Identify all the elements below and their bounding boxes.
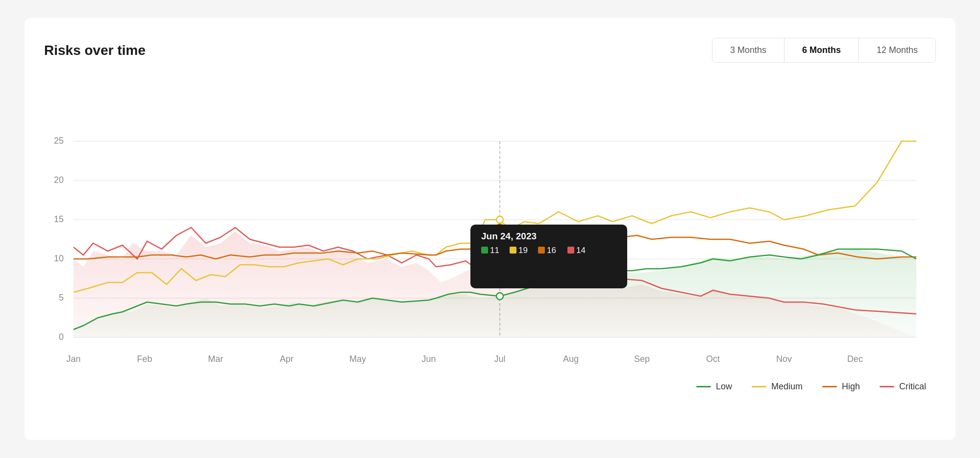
legend-high-line [822, 386, 837, 387]
chart-title: Risks over time [44, 43, 146, 58]
chart-svg: 0 5 10 15 20 25 Jan Feb Mar Apr May Jun … [44, 82, 936, 367]
svg-rect-33 [481, 247, 488, 254]
svg-text:20: 20 [54, 175, 64, 185]
svg-text:Aug: Aug [563, 354, 579, 364]
svg-text:Jun: Jun [421, 354, 436, 364]
legend-critical-line [880, 386, 894, 387]
svg-point-28 [496, 216, 503, 223]
btn-3months[interactable]: 3 Months [712, 38, 784, 62]
svg-text:Apr: Apr [280, 354, 294, 364]
svg-text:Sep: Sep [634, 354, 650, 364]
svg-text:25: 25 [54, 136, 64, 146]
svg-text:10: 10 [54, 254, 64, 263]
svg-text:16: 16 [547, 246, 556, 255]
svg-rect-37 [538, 247, 545, 254]
chart-legend: Low Medium High Critical [44, 382, 936, 392]
svg-text:11: 11 [490, 246, 499, 255]
svg-text:14: 14 [576, 246, 586, 255]
svg-text:May: May [349, 354, 366, 364]
legend-low-label: Low [716, 382, 732, 392]
svg-rect-35 [510, 247, 516, 254]
btn-12months[interactable]: 12 Months [859, 38, 935, 62]
svg-text:0: 0 [59, 332, 64, 342]
btn-6months[interactable]: 6 Months [784, 38, 859, 62]
svg-text:Jan: Jan [66, 354, 80, 364]
time-filter: 3 Months 6 Months 12 Months [712, 38, 936, 63]
svg-text:Mar: Mar [208, 354, 223, 364]
svg-text:Jul: Jul [494, 354, 505, 364]
legend-low: Low [696, 382, 732, 392]
legend-medium-line [752, 386, 766, 387]
legend-high-label: High [842, 382, 860, 392]
legend-medium: Medium [752, 382, 803, 392]
legend-high: High [822, 382, 860, 392]
legend-medium-label: Medium [771, 382, 803, 392]
legend-critical: Critical [880, 382, 926, 392]
chart-area: 0 5 10 15 20 25 Jan Feb Mar Apr May Jun … [44, 82, 936, 367]
svg-text:19: 19 [518, 246, 528, 255]
svg-text:5: 5 [59, 293, 64, 303]
svg-text:Feb: Feb [137, 354, 152, 364]
svg-text:Nov: Nov [776, 354, 792, 364]
legend-critical-label: Critical [899, 382, 926, 392]
svg-text:Jun 24, 2023: Jun 24, 2023 [481, 231, 537, 241]
chart-container: Risks over time 3 Months 6 Months 12 Mon… [24, 18, 956, 440]
svg-rect-39 [567, 247, 574, 254]
svg-text:Oct: Oct [706, 354, 720, 364]
svg-text:Dec: Dec [847, 354, 863, 364]
legend-low-line [696, 386, 711, 387]
chart-header: Risks over time 3 Months 6 Months 12 Mon… [44, 38, 936, 63]
svg-point-27 [496, 293, 503, 300]
svg-text:15: 15 [54, 214, 64, 224]
